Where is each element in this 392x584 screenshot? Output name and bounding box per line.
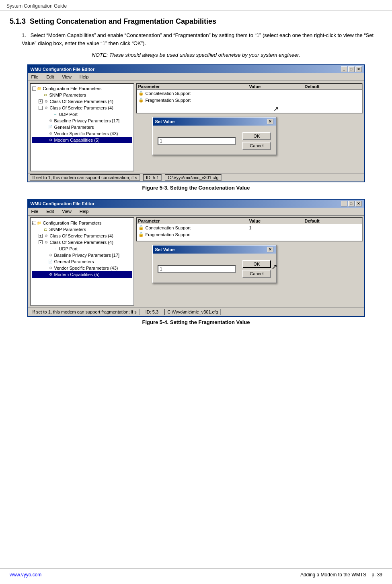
cos1-expand-2[interactable]: + <box>39 234 43 238</box>
menu-file-2[interactable]: File <box>30 208 40 214</box>
minimize-button-1[interactable]: _ <box>341 66 347 72</box>
menu-edit-2[interactable]: Edit <box>45 208 55 214</box>
footer-left[interactable]: www.vyyo.com <box>10 572 41 578</box>
tree-udp-1[interactable]: → UDP Port <box>32 111 132 118</box>
snmp-folder-icon-1: 🗂 <box>43 92 49 98</box>
close-button-2[interactable]: ✕ <box>355 201 362 206</box>
wmu-menubar-2: File Edit View Help <box>28 208 364 215</box>
tree-udp-2[interactable]: → UDP Port <box>32 246 132 252</box>
wmu-window-1: WMU Configuration File Editor _ □ ✕ File… <box>27 64 365 182</box>
tree-general-2[interactable]: 📄 General Parameters <box>32 258 132 265</box>
tree-cos2-label-1: Class Of Service Parameters (4) <box>50 105 113 110</box>
concat-param-1: 🔒 Concatenation Support <box>138 91 249 96</box>
menu-file-1[interactable]: File <box>30 74 40 80</box>
bpp-expand-2 <box>43 253 47 257</box>
tree-modem-1[interactable]: ⚙ Modem Capabilities (5) <box>32 137 132 143</box>
vendor-gear-icon-2: ⚙ <box>48 265 53 271</box>
dialog-cancel-button-2[interactable]: Cancel <box>242 270 271 278</box>
dialog-ok-button-1[interactable]: OK <box>242 132 271 140</box>
bpp-gear-icon-2: ⚙ <box>48 252 53 258</box>
dialog-cancel-button-1[interactable]: Cancel <box>242 142 271 150</box>
menu-help-1[interactable]: Help <box>78 74 90 80</box>
tree-udp-label-2: UDP Port <box>59 246 78 251</box>
dialog-body-1: OK Cancel <box>153 126 276 155</box>
tree-snmp-1[interactable]: 🗂 SNMP Parameters <box>32 92 132 98</box>
dialog-close-1[interactable]: ✕ <box>267 119 273 124</box>
wmu-title-2: WMU Configuration File Editor <box>31 201 94 206</box>
status-right-2: C:\Vyyo\mic\mic_v301.cfg <box>164 309 221 315</box>
status-right-1: C:\Vyyo\mic\mic_v301.cfg <box>165 174 221 181</box>
wmu-right-panel-2: Parameter Value Default 🔒 Concatenation … <box>136 217 363 306</box>
general-expand-2 <box>43 260 47 264</box>
close-button-1[interactable]: ✕ <box>355 66 362 72</box>
menu-edit-1[interactable]: Edit <box>45 74 55 80</box>
concat-value-2: 1 <box>249 225 305 230</box>
col-value-header-2: Value <box>249 219 305 223</box>
tree-root-label-2: Configuration File Parameters <box>43 221 102 225</box>
tree-cos1-1[interactable]: + ⚙ Class Of Service Parameters (4) <box>32 98 132 105</box>
dialog-title-2: Set Value <box>155 247 175 252</box>
page-header: System Configuration Guide <box>0 0 392 11</box>
tree-root-2[interactable]: - 📁 Configuration File Parameters <box>32 220 132 226</box>
menu-view-1[interactable]: View <box>60 74 73 80</box>
tree-snmp-2[interactable]: 🗂 SNMP Parameters <box>32 226 132 233</box>
dialog-ok-button-2[interactable]: OK ↗ <box>242 260 271 268</box>
general-expand-1 <box>43 125 47 129</box>
tree-cos2-2[interactable]: - ⚙ Class Of Service Parameters (4) <box>32 239 132 246</box>
tree-vendor-label-1: Vendor Specific Parameters (43) <box>54 131 118 136</box>
tree-vendor-1[interactable]: ⚙ Vendor Specific Parameters (43) <box>32 130 132 137</box>
tree-root-1[interactable]: - 📁 Configuration File Parameters <box>32 85 132 92</box>
modem-expand-2 <box>43 272 47 277</box>
dialog-input-field-2[interactable] <box>158 265 236 273</box>
dialog-buttons-2: OK ↗ Cancel <box>242 260 271 278</box>
ok-cursor-2: ↗ <box>271 262 277 271</box>
snmp-folder-icon-2: 🗂 <box>43 227 49 232</box>
cos2-expand-1[interactable]: - <box>39 106 43 110</box>
params-header-1: Parameter Value Default <box>137 84 362 90</box>
dialog-buttons-1: OK Cancel <box>242 132 271 150</box>
step-1-text: 1. Select “Modem Capabilities” and enabl… <box>22 31 382 47</box>
maximize-button-1[interactable]: □ <box>348 66 355 72</box>
dialog-close-2[interactable]: ✕ <box>267 247 273 252</box>
minimize-button-2[interactable]: _ <box>341 201 347 206</box>
tree-modem-label-1: Modem Capabilities (5) <box>54 138 100 142</box>
bpp-expand-1 <box>43 119 47 123</box>
tree-cos1-2[interactable]: + ⚙ Class Of Service Parameters (4) <box>32 233 132 239</box>
params-row-frag-1: 🔒 Fragmentation Support <box>137 97 362 103</box>
figure-4-caption: Figure 5-4. Setting the Fragmentation Va… <box>10 319 382 325</box>
concat-lock-icon-2: 🔒 <box>138 225 144 230</box>
frag-label-1: Fragmentation Support <box>146 98 191 103</box>
wmu-right-panel-1: Parameter Value Default 🔒 Concatenation … <box>136 83 363 171</box>
section-title: 5.1.3 Setting Concatenation and Fragment… <box>10 17 382 26</box>
footer-right: Adding a Modem to the WMTS – p. 39 <box>300 572 382 578</box>
cos2-gear-icon-1: ⚙ <box>43 105 49 111</box>
vendor-expand-2 <box>43 266 47 270</box>
concat-lock-icon-1: 🔒 <box>138 91 144 96</box>
snmp-expand-2 <box>39 227 43 231</box>
status-mid-2: ID: 5.3 <box>143 309 161 315</box>
tree-modem-2[interactable]: ⚙ Modem Capabilities (5) <box>32 271 132 278</box>
cos1-expand-1[interactable]: + <box>39 99 43 103</box>
cos2-expand-2[interactable]: - <box>39 240 43 244</box>
wmu-tree-2: - 📁 Configuration File Parameters 🗂 SNMP… <box>30 217 134 306</box>
snmp-expand-1 <box>39 93 43 97</box>
wmu-menubar-1: File Edit View Help <box>28 73 364 81</box>
wmu-statusbar-1: If set to 1, this modem can support conc… <box>28 173 364 182</box>
params-table-1: Parameter Value Default 🔒 Concatenation … <box>136 83 363 113</box>
tree-bpp-1[interactable]: ⚙ Baseline Privacy Parameters [17] <box>32 118 132 124</box>
root-expand-1[interactable]: - <box>32 87 36 91</box>
dialog-input-field-1[interactable] <box>158 137 236 145</box>
tree-vendor-2[interactable]: ⚙ Vendor Specific Parameters (43) <box>32 265 132 271</box>
maximize-button-2[interactable]: □ <box>348 201 355 206</box>
tree-bpp-2[interactable]: ⚙ Baseline Privacy Parameters [17] <box>32 252 132 258</box>
root-expand-2[interactable]: - <box>32 221 36 225</box>
status-left-2: If set to 1, this modem can support frag… <box>30 309 140 315</box>
set-value-dialog-1: Set Value ✕ OK Cancel <box>152 117 277 155</box>
tree-cos2-1[interactable]: - ⚙ Class Of Service Parameters (4) <box>32 105 132 111</box>
col-default-header-1: Default <box>305 84 360 89</box>
figure-3-container: WMU Configuration File Editor _ □ ✕ File… <box>10 64 382 191</box>
page-footer: www.vyyo.com Adding a Modem to the WMTS … <box>0 568 392 578</box>
tree-general-1[interactable]: 📄 General Parameters <box>32 124 132 130</box>
menu-help-2[interactable]: Help <box>78 208 90 214</box>
menu-view-2[interactable]: View <box>60 208 73 214</box>
